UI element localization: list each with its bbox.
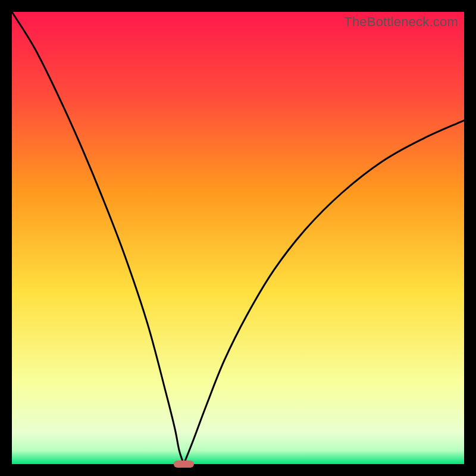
- sweet-spot-marker: [174, 461, 194, 468]
- bottleneck-curve: [12, 12, 464, 464]
- plot-frame: TheBottleneck.com: [12, 12, 464, 464]
